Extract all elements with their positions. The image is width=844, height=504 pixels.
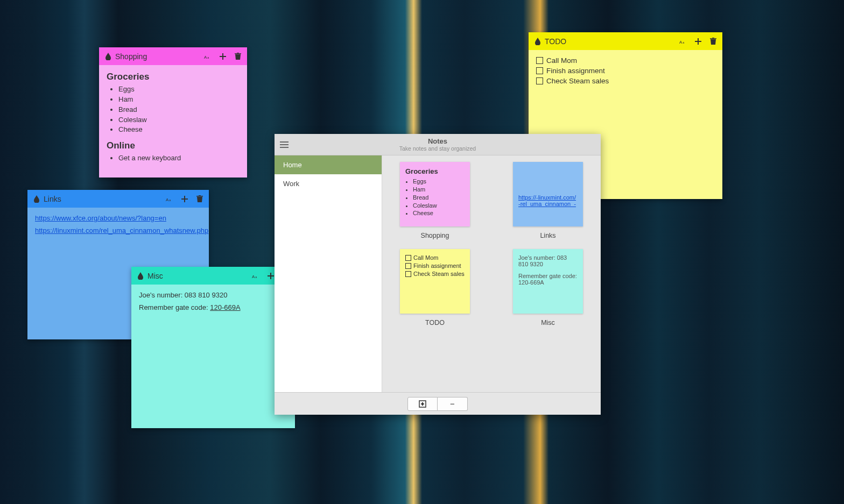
sticky-title: Shopping — [115, 52, 204, 61]
thumb-heading: Groceries — [405, 167, 465, 175]
sticky-body[interactable]: Groceries Eggs Ham Bread Coleslaw Cheese… — [99, 65, 247, 178]
list-item: Coleslaw — [413, 202, 465, 210]
svg-text:a: a — [683, 40, 684, 44]
thumb-cell-links: https://-linuxmint.com/-rel_uma_cinnamon… — [508, 162, 588, 239]
list-item: Eggs — [413, 178, 465, 186]
sticky-body[interactable]: Joe's number: 083 810 9320 Remember gate… — [131, 285, 295, 428]
sticky-title: Misc — [147, 272, 252, 280]
font-icon[interactable]: Aa — [252, 272, 259, 280]
drop-icon — [534, 38, 541, 45]
plus-icon[interactable] — [181, 195, 188, 203]
thumb-label: Misc — [508, 319, 588, 326]
text-line: Remember gate code: 120-669A — [518, 273, 578, 286]
manager-grid: Groceries Eggs Ham Bread Coleslaw Cheese… — [382, 155, 601, 392]
sticky-titlebar[interactable]: Shopping Aa — [99, 47, 247, 65]
list-item: Bread — [413, 194, 465, 202]
todo-label: Call Mom — [413, 254, 438, 261]
checkbox-icon — [405, 271, 411, 277]
drop-icon — [137, 272, 144, 280]
thumb-label: TODO — [395, 319, 475, 326]
section-heading: Groceries — [107, 72, 240, 82]
note-thumbnail[interactable]: Call Mom Finish assignment Check Steam s… — [400, 249, 470, 314]
list-item: Cheese — [413, 209, 465, 217]
text-line: Joe's number: 083 810 9320 — [518, 254, 578, 267]
sticky-note-shopping[interactable]: Shopping Aa Groceries Eggs Ham Bread Col… — [99, 47, 247, 178]
svg-text:A: A — [166, 197, 169, 202]
checkbox-icon — [405, 263, 411, 269]
todo-label: Finish assignment — [546, 67, 605, 75]
svg-text:A: A — [204, 54, 207, 59]
svg-text:A: A — [252, 274, 255, 279]
todo-item[interactable]: Finish assignment — [536, 67, 715, 75]
link[interactable]: https://-linuxmint.com/-rel_uma_cinnamon… — [518, 194, 576, 207]
sticky-titlebar[interactable]: Misc Aa — [131, 267, 295, 285]
svg-text:a: a — [207, 55, 209, 59]
sticky-note-misc[interactable]: Misc Aa Joe's number: 083 810 9320 Remem… — [131, 267, 295, 428]
thumb-label: Shopping — [395, 232, 475, 239]
trash-icon[interactable] — [709, 38, 717, 45]
bullet-list: Get a new keyboard — [107, 153, 240, 164]
list-item: Ham — [118, 95, 240, 105]
svg-text:a: a — [169, 198, 171, 201]
trash-icon[interactable] — [234, 53, 242, 60]
sticky-title: TODO — [545, 37, 679, 46]
checkbox-icon[interactable] — [536, 77, 543, 84]
todo-label: Check Steam sales — [413, 271, 465, 277]
thumb-cell-misc: Joe's number: 083 810 9320 Remember gate… — [508, 249, 588, 326]
sticky-titlebar[interactable]: TODO Aa — [529, 32, 722, 50]
thumb-cell-todo: Call Mom Finish assignment Check Steam s… — [395, 249, 475, 326]
notes-manager-window[interactable]: Notes Take notes and stay organized Home… — [275, 134, 601, 415]
link[interactable]: https://linuxmint.com/rel_uma_cinnamon_w… — [35, 226, 201, 235]
checkbox-icon[interactable] — [536, 67, 543, 74]
plus-icon[interactable] — [219, 53, 227, 60]
list-item: Cheese — [118, 125, 240, 135]
remove-note-button[interactable]: − — [438, 397, 468, 411]
todo-item[interactable]: Call Mom — [536, 56, 715, 65]
plus-icon[interactable] — [694, 38, 702, 45]
font-icon[interactable]: Aa — [679, 38, 687, 45]
list-item: Ham — [413, 186, 465, 194]
svg-text:a: a — [255, 275, 257, 278]
sidebar-item-home[interactable]: Home — [275, 155, 382, 174]
link[interactable]: https://www.xfce.org/about/news/?lang=en — [35, 214, 201, 222]
sidebar-item-work[interactable]: Work — [275, 174, 382, 193]
section-heading: Online — [107, 140, 240, 151]
underlined-text: 120-669A — [210, 303, 240, 311]
checkbox-icon — [405, 255, 411, 261]
todo-label: Finish assignment — [413, 262, 461, 269]
thumb-label: Links — [508, 232, 588, 239]
hamburger-icon[interactable] — [280, 141, 290, 148]
plus-icon[interactable] — [267, 272, 275, 280]
note-thumbnail[interactable]: Joe's number: 083 810 9320 Remember gate… — [513, 249, 583, 314]
list-item: Eggs — [118, 84, 240, 95]
app-subtitle: Take notes and stay organized — [290, 145, 586, 152]
drop-icon — [104, 53, 112, 60]
font-icon[interactable]: Aa — [204, 53, 212, 60]
text-line: Joe's number: 083 810 9320 — [139, 291, 287, 299]
note-thumbnail[interactable]: Groceries Eggs Ham Bread Coleslaw Cheese — [400, 162, 470, 226]
app-title: Notes — [290, 137, 586, 145]
todo-item[interactable]: Check Steam sales — [536, 77, 715, 85]
font-icon[interactable]: Aa — [166, 195, 173, 203]
list-item: Coleslaw — [118, 115, 240, 125]
trash-icon[interactable] — [196, 195, 203, 203]
sticky-title: Links — [44, 195, 166, 203]
note-thumbnail[interactable]: https://-linuxmint.com/-rel_uma_cinnamon… — [513, 162, 583, 226]
text-line: Remember gate code: 120-669A — [139, 303, 287, 311]
list-item: Get a new keyboard — [118, 153, 240, 164]
manager-sidebar: Home Work — [275, 155, 382, 392]
thumb-cell-shopping: Groceries Eggs Ham Bread Coleslaw Cheese… — [395, 162, 475, 239]
sticky-titlebar[interactable]: Links Aa — [27, 190, 209, 208]
drop-icon — [33, 195, 40, 203]
add-note-button[interactable] — [407, 397, 438, 411]
svg-text:A: A — [679, 39, 683, 44]
bullet-list: Eggs Ham Bread Coleslaw Cheese — [107, 84, 240, 135]
manager-header[interactable]: Notes Take notes and stay organized — [275, 134, 601, 155]
checkbox-icon[interactable] — [536, 57, 543, 64]
header-title-group: Notes Take notes and stay organized — [290, 137, 586, 152]
todo-label: Call Mom — [546, 56, 577, 65]
todo-label: Check Steam sales — [546, 77, 609, 85]
list-item: Bread — [118, 105, 240, 115]
manager-footer: − — [275, 392, 601, 415]
